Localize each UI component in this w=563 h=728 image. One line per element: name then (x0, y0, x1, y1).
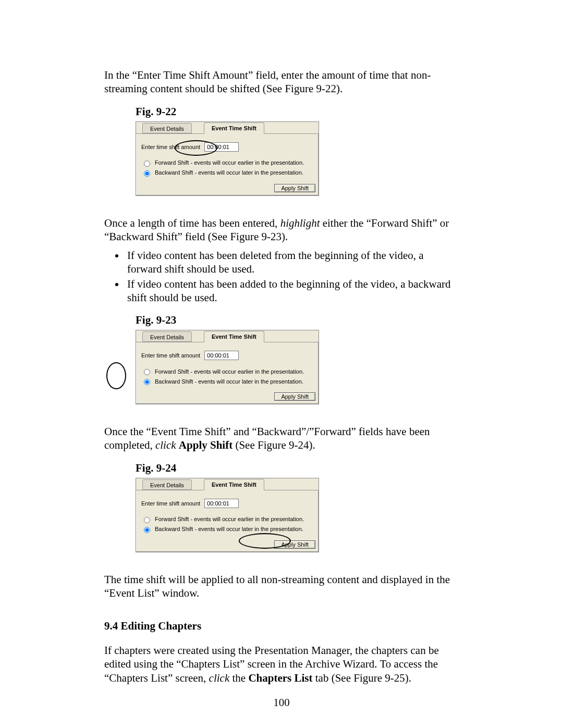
tab-bar: Event Details Event Time Shift (136, 478, 319, 490)
time-shift-input[interactable] (204, 499, 239, 508)
backward-shift-label: Backward Shift - events will occur later… (155, 378, 303, 385)
paragraph-4: The time shift will be applied to all no… (104, 573, 459, 600)
screenshot-fig-924: Event Details Event Time Shift Enter tim… (136, 478, 319, 552)
tab-event-details[interactable]: Event Details (142, 123, 192, 133)
forward-shift-radio[interactable] (144, 369, 150, 375)
tab-event-time-shift[interactable]: Event Time Shift (204, 122, 264, 134)
bullet-list: If video content has been deleted from t… (104, 249, 459, 304)
text-italic: highlight (280, 217, 320, 229)
figure-label-923: Fig. 9-23 (136, 314, 459, 327)
list-item: If video content has been deleted from t… (125, 249, 459, 276)
paragraph-1: In the “Enter Time Shift Amount” field, … (104, 68, 459, 96)
section-heading-94: 9.4 Editing Chapters (104, 620, 459, 633)
backward-shift-label: Backward Shift - events will occur later… (155, 526, 303, 532)
time-shift-label: Enter time shift amount (141, 144, 200, 150)
figure-label-924: Fig. 9-24 (136, 462, 459, 475)
annotation-oval-radios (106, 362, 126, 389)
text: tab (See Figure 9-25). (312, 672, 411, 684)
forward-shift-radio[interactable] (144, 161, 150, 167)
tab-bar: Event Details Event Time Shift (136, 330, 319, 342)
time-shift-input[interactable] (204, 351, 239, 360)
tab-event-details[interactable]: Event Details (142, 331, 192, 342)
text: the (229, 672, 248, 684)
page-number: 100 (0, 696, 563, 709)
tab-bar: Event Details Event Time Shift (136, 122, 319, 134)
paragraph-2: Once a length of time has been entered, … (104, 216, 459, 244)
apply-shift-button[interactable]: Apply Shift (274, 392, 315, 401)
forward-shift-label: Forward Shift - events will occur earlie… (155, 368, 304, 375)
tab-event-details[interactable]: Event Details (142, 479, 192, 490)
text: (See Figure 9-24). (232, 439, 315, 451)
screenshot-fig-923: Event Details Event Time Shift Enter tim… (136, 330, 319, 404)
screenshot-fig-922: Event Details Event Time Shift Enter tim… (136, 121, 319, 196)
paragraph-3: Once the “Event Time Shift” and “Backwar… (104, 425, 459, 452)
time-shift-label: Enter time shift amount (141, 352, 200, 359)
text-italic: click (209, 672, 230, 684)
backward-shift-radio[interactable] (144, 379, 150, 385)
paragraph-5: If chapters were created using the Prese… (104, 644, 459, 685)
text-italic: click (155, 439, 176, 451)
backward-shift-radio[interactable] (144, 527, 150, 533)
backward-shift-radio[interactable] (144, 170, 150, 177)
figure-label-922: Fig. 9-22 (136, 105, 459, 118)
forward-shift-label: Forward Shift - events will occur earlie… (155, 516, 304, 522)
text-bold: Chapters List (248, 672, 312, 684)
tab-event-time-shift[interactable]: Event Time Shift (204, 479, 264, 490)
tab-event-time-shift[interactable]: Event Time Shift (204, 331, 264, 342)
text: Once a length of time has been entered, (104, 217, 280, 229)
time-shift-input[interactable] (204, 142, 239, 152)
forward-shift-label: Forward Shift - events will occur earlie… (155, 159, 304, 166)
backward-shift-label: Backward Shift - events will occur later… (155, 169, 303, 176)
text-bold: Apply Shift (179, 439, 232, 451)
list-item: If video content has been added to the b… (125, 277, 459, 305)
forward-shift-radio[interactable] (144, 517, 150, 523)
apply-shift-button[interactable]: Apply Shift (274, 184, 315, 192)
apply-shift-button[interactable]: Apply Shift (274, 540, 315, 549)
time-shift-label: Enter time shift amount (141, 500, 200, 507)
